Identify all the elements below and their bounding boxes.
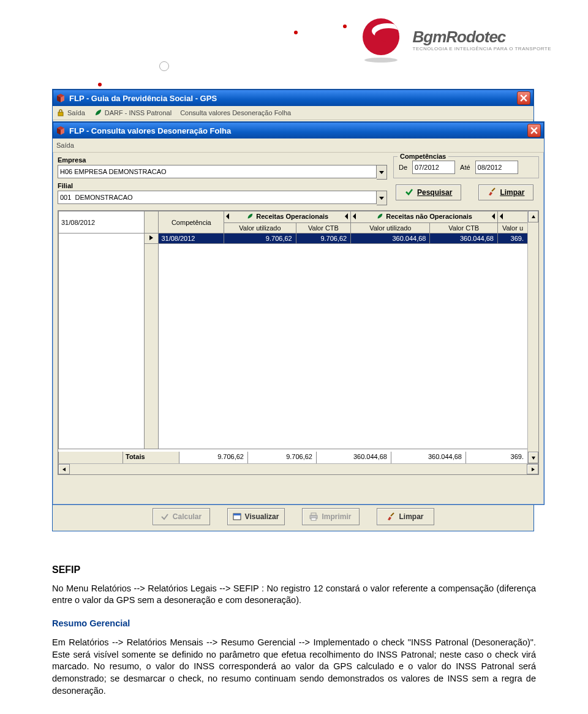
brand-tagline: TECNOLOGIA E INTELIGÊNCIA PARA O TRANSPO… [413,46,551,51]
total-t2: 9.706,62 [248,452,317,464]
cell-v1: 9.706,62 [224,234,296,244]
dropdown-icon[interactable] [377,165,387,180]
svg-marker-23 [532,468,535,471]
col-valor-ctb2[interactable]: Valor CTB [430,223,498,234]
limpar-button[interactable]: Limpar [478,184,533,200]
table-row[interactable]: 31/08/2012 9.706,62 9.706,62 360.044,68 … [59,234,528,244]
label-filial: Filial [58,182,387,189]
totals-label: Totais [123,452,179,464]
brush-icon [488,188,496,198]
totals-row: Totais 9.706,62 9.706,62 360.044,68 360.… [58,452,528,464]
check-icon [160,512,169,521]
total-t3: 360.044,68 [317,452,391,464]
group-receitas-nao-op[interactable]: Receitas não Operacionais [351,211,498,223]
action-bar: Calcular Visualizar Imprimir Limpar [53,502,533,531]
menu-saida[interactable]: Saída [56,142,74,149]
svg-rect-6 [311,513,316,515]
menu-saida[interactable]: Saída [56,108,85,117]
logo-mark-icon [363,18,405,61]
empresa-input[interactable] [58,165,377,178]
paragraph-resumo: Em Relatórios --> Relatórios Mensais -->… [52,637,536,697]
close-button[interactable] [527,124,541,137]
competencias-fieldset: Competências De Até [393,156,539,178]
window-title: FLP - Guia da Previdência Social - GPS [69,94,513,103]
scroll-left-icon[interactable] [58,464,70,474]
total-t1: 9.706,62 [179,452,248,464]
cell-v4: 360.044,68 [430,234,498,244]
col-competencia[interactable]: Competência [159,211,224,234]
svg-marker-12 [379,171,384,174]
svg-marker-22 [62,468,66,471]
svg-marker-16 [353,213,356,219]
pesquisar-button[interactable]: Pesquisar [396,184,461,200]
col-valor-u[interactable]: Valor u [498,223,528,234]
limpar-button-gps[interactable]: Limpar [377,508,434,525]
label-ate: Até [460,164,470,171]
titlebar-gps[interactable]: FLP - Guia da Previdência Social - GPS [53,89,533,106]
horizontal-scrollbar[interactable] [58,463,538,474]
svg-rect-8 [311,518,316,520]
group-receitas-op[interactable]: Receitas Operacionais [224,211,351,223]
heading-resumo: Resumo Gerencial [52,618,536,630]
app-icon [56,126,66,135]
menubar-consulta: Saída [53,139,544,153]
data-grid: 31/08/2012 Competência Receitas Operacio… [58,210,539,475]
cell-competencia: 31/08/2012 [159,234,224,244]
imprimir-button[interactable]: Imprimir [302,508,360,525]
menu-darf-label: DARF - INSS Patronal [105,109,172,116]
filial-input[interactable] [58,191,377,204]
svg-marker-19 [149,235,153,240]
svg-marker-13 [379,197,384,200]
combo-empresa[interactable] [58,165,387,180]
paragraph-sefip: No Menu Relatórios --> Relatórios Legais… [52,583,536,607]
ate-input[interactable] [475,161,518,174]
menu-consulta-label: Consulta valores Desoneração Folha [180,109,291,116]
brand-name: BgmRodotec [413,29,551,45]
svg-marker-20 [532,215,535,218]
visualizar-button[interactable]: Visualizar [227,508,285,525]
scroll-up-icon[interactable] [528,211,538,222]
menubar-gps: Saída DARF - INSS Patronal Consulta valo… [53,106,533,120]
heading-sefip: SEFIP [52,563,536,577]
svg-rect-5 [233,514,241,515]
brand-logo: BgmRodotec TECNOLOGIA E INTELIGÊNCIA PAR… [363,18,551,61]
menu-darf[interactable]: DARF - INSS Patronal [94,108,172,117]
menu-saida-label: Saída [67,109,85,116]
window-consulta: FLP - Consulta valores Desoneração Folha… [52,121,545,505]
vertical-scrollbar[interactable] [527,211,538,463]
svg-marker-18 [500,213,503,219]
calcular-button[interactable]: Calcular [153,508,210,525]
printer-icon [309,512,318,521]
brush-icon [386,512,395,521]
svg-marker-21 [532,457,535,460]
svg-marker-17 [492,213,495,219]
col-valor-utilizado2[interactable]: Valor utilizado [351,223,430,234]
cell-v2: 9.706,62 [296,234,351,244]
window-title: FLP - Consulta valores Desoneração Folha [69,126,524,135]
de-input[interactable] [412,161,455,174]
col-valor-ctb[interactable]: Valor CTB [296,223,351,234]
svg-rect-3 [58,112,63,116]
titlebar-consulta[interactable]: FLP - Consulta valores Desoneração Folha [53,122,544,139]
col-valor-utilizado[interactable]: Valor utilizado [224,223,296,234]
close-button[interactable] [517,91,530,105]
total-t4: 360.044,68 [391,452,466,464]
check-icon [405,188,413,198]
dropdown-icon[interactable] [377,191,387,205]
svg-marker-15 [345,213,348,219]
leaf-icon [94,108,102,117]
combo-filial[interactable] [58,191,387,205]
label-de: De [399,164,407,171]
svg-marker-14 [226,213,229,219]
app-icon [56,93,66,103]
total-t5: 369. [466,452,528,464]
label-empresa: Empresa [58,156,387,164]
scroll-down-icon[interactable] [528,452,538,463]
lock-icon [56,108,65,117]
left-date-cell: 31/08/2012 [59,211,145,234]
menu-consulta[interactable]: Consulta valores Desoneração Folha [180,109,291,116]
scroll-right-icon[interactable] [527,464,538,474]
document-body: SEFIP No Menu Relatórios --> Relatórios … [52,555,536,703]
group-extra[interactable] [498,211,528,223]
preview-icon [233,512,241,521]
